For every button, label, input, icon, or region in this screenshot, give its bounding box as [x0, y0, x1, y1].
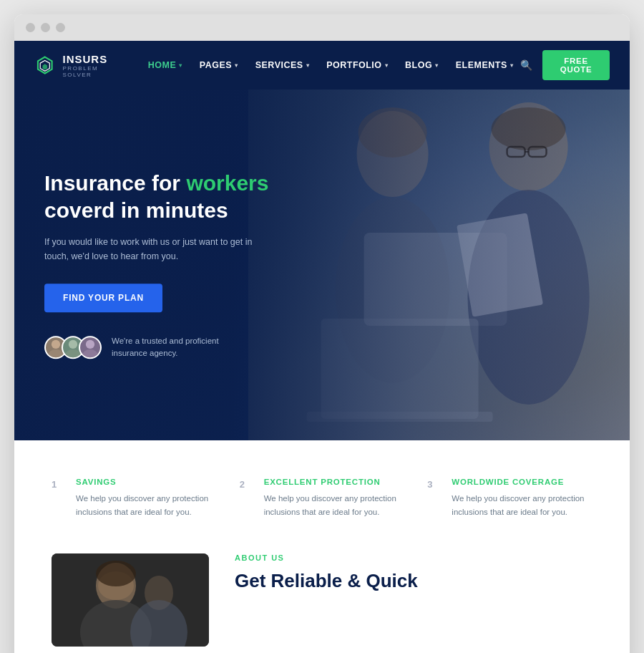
svg-point-20 [66, 349, 81, 359]
hero-content: Insurance for workers coverd in minutes … [44, 170, 268, 360]
browser-chrome [14, 14, 630, 41]
features-section: 1 SAVINGS We help you discover any prote… [14, 440, 630, 553]
feature-item-2: 2 EXCELLENT PROTECTION We help you disco… [240, 478, 405, 519]
about-image-illustration [52, 553, 209, 647]
browser-dot-red [26, 23, 35, 32]
about-title: Get Reliable & Quick [235, 569, 592, 593]
nav-chevron: ▾ [385, 62, 389, 69]
logo-text-block: INSURS PROBLEM SOLVER [63, 53, 118, 78]
trust-text: We're a trusted and proficient insurance… [112, 335, 255, 360]
nav-item-home[interactable]: HOME▾ [141, 56, 190, 74]
nav-item-elements[interactable]: ELEMENTS▾ [449, 56, 521, 74]
logo-area[interactable]: INSURS PROBLEM SOLVER [34, 52, 118, 78]
svg-point-18 [49, 349, 64, 359]
hero-title: Insurance for workers coverd in minutes [44, 170, 268, 223]
feature-number: 1 [52, 479, 63, 519]
feature-content: SAVINGS We help you discover any protect… [76, 478, 217, 519]
feature-item-3: 3 WORLDWIDE COVERAGE We help you discove… [427, 478, 592, 519]
nav-chevron: ▾ [179, 62, 182, 69]
nav-chevron: ▾ [306, 62, 310, 69]
free-quote-button[interactable]: FREE QUOTE [542, 50, 610, 80]
avatars-group [44, 337, 102, 359]
nav-item-pages[interactable]: PAGES▾ [192, 56, 245, 74]
nav-label: SERVICES [255, 60, 303, 70]
about-label: ABOUT US [235, 553, 592, 562]
feature-description: We help you discover any protection incl… [452, 492, 592, 519]
about-image [52, 553, 209, 647]
feature-title: EXCELLENT PROTECTION [264, 478, 405, 486]
about-text-area: ABOUT US Get Reliable & Quick [235, 553, 592, 593]
hero-title-part1: Insurance for [44, 171, 186, 195]
browser-dot-green [56, 23, 65, 32]
nav-chevron: ▾ [235, 62, 238, 69]
hero-title-highlight: workers [186, 171, 268, 195]
feature-content: WORLDWIDE COVERAGE We help you discover … [452, 478, 592, 519]
nav-label: BLOG [405, 60, 432, 70]
nav-label: PAGES [200, 60, 232, 70]
feature-number: 3 [427, 479, 439, 519]
find-plan-button[interactable]: FIND YOUR PLAN [44, 284, 162, 312]
logo-tagline: PROBLEM SOLVER [63, 65, 118, 78]
feature-description: We help you discover any protection incl… [264, 492, 405, 519]
about-section: ABOUT US Get Reliable & Quick [14, 553, 630, 653]
search-icon[interactable]: 🔍 [520, 59, 532, 71]
nav-label: ELEMENTS [456, 60, 507, 70]
nav-right: 🔍 FREE QUOTE [520, 50, 610, 80]
feature-number: 2 [240, 479, 251, 519]
nav-links: HOME▾PAGES▾SERVICES▾PORTFOLIO▾BLOG▾ELEME… [141, 56, 520, 74]
feature-content: EXCELLENT PROTECTION We help you discove… [264, 478, 405, 519]
nav-label: PORTFOLIO [326, 60, 381, 70]
feature-title: SAVINGS [76, 478, 217, 486]
browser-dot-yellow [41, 23, 50, 32]
feature-title: WORLDWIDE COVERAGE [452, 478, 592, 486]
browser-window: INSURS PROBLEM SOLVER HOME▾PAGES▾SERVICE… [14, 14, 630, 653]
hero-section: Insurance for workers coverd in minutes … [14, 90, 630, 440]
svg-point-17 [52, 340, 60, 349]
navbar: INSURS PROBLEM SOLVER HOME▾PAGES▾SERVICE… [14, 41, 630, 90]
logo-name: INSURS [63, 53, 118, 65]
nav-item-blog[interactable]: BLOG▾ [398, 56, 446, 74]
hero-subtitle: If you would like to work with us or jus… [44, 235, 259, 263]
nav-label: HOME [148, 60, 177, 70]
nav-item-services[interactable]: SERVICES▾ [248, 56, 317, 74]
svg-point-21 [86, 340, 94, 349]
svg-marker-2 [42, 64, 47, 69]
svg-point-19 [69, 340, 77, 349]
nav-chevron: ▾ [435, 62, 439, 69]
feature-description: We help you discover any protection incl… [76, 492, 217, 519]
feature-item-1: 1 SAVINGS We help you discover any prote… [52, 478, 217, 519]
svg-point-22 [83, 349, 98, 359]
svg-point-27 [96, 561, 136, 586]
hero-title-part2: coverd in minutes [44, 198, 228, 222]
nav-chevron: ▾ [510, 62, 514, 69]
avatar-3 [79, 337, 102, 359]
logo-icon [34, 52, 56, 78]
hero-trust: We're a trusted and proficient insurance… [44, 335, 268, 360]
nav-item-portfolio[interactable]: PORTFOLIO▾ [319, 56, 395, 74]
